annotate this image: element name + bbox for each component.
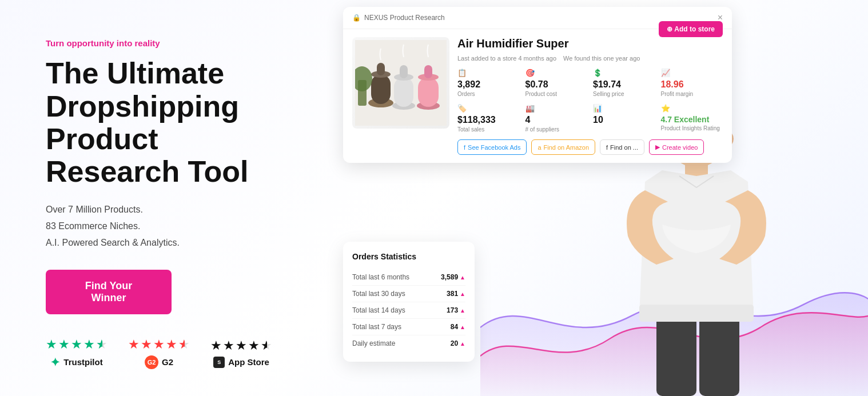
stat-rating: ⭐ 4.7 Excellent Product Insights Rating [661, 104, 723, 133]
action-buttons: f See Facebook Ads a Find on Amazon f Fi… [457, 139, 723, 155]
orders-title: Orders Statistics [352, 252, 465, 261]
find-icon: f [606, 144, 608, 151]
trustpilot-icon: ✦ [50, 355, 60, 369]
product-info: Air Humidifier Super ⊕ Add to store Last… [457, 37, 723, 155]
as-star-4: ★ [248, 338, 260, 353]
stat-misc: 📊 10 [593, 104, 655, 133]
svg-rect-25 [656, 316, 696, 396]
g2-star-1: ★ [128, 337, 140, 352]
label-6months: Total last 6 months [352, 273, 409, 281]
find-label: Find on ... [610, 144, 638, 151]
appstore-brand: S App Store [213, 357, 269, 368]
facebook-label: See Facebook Ads [468, 144, 520, 151]
order-row-7days: Total last 7 days 84 ▲ [352, 319, 465, 335]
orders-label: Orders [457, 91, 520, 97]
add-to-store-button[interactable]: ⊕ Add to store [659, 21, 723, 37]
cost-label: Product cost [525, 91, 588, 97]
subtitle-line-2: 83 Ecommerce Niches. [46, 218, 286, 235]
sales-label: Total sales [457, 126, 520, 133]
price-icon: 💲 [593, 69, 655, 77]
rating-trustpilot: ★ ★ ★ ★ ★ ★ ✦ Trustpilot [46, 337, 107, 369]
stat-cost: 🎯 $0.78 Product cost [525, 69, 588, 97]
misc-icon: 📊 [593, 104, 655, 113]
product-card: 🔒 NEXUS Product Research × [343, 7, 732, 163]
cost-value: $0.78 [525, 79, 588, 90]
amazon-button[interactable]: a Find on Amazon [531, 139, 595, 155]
rating-g2: ★ ★ ★ ★ ★ ★ G2 G2 [128, 337, 190, 369]
stat-margin: 📈 18.96 Profit margin [661, 69, 723, 97]
add-icon: ⊕ [667, 25, 674, 33]
create-video-button[interactable]: ▶ Create video [649, 139, 704, 155]
right-section: 🔒 NEXUS Product Research × [320, 0, 868, 396]
g2-stars: ★ ★ ★ ★ ★ ★ [128, 337, 190, 352]
margin-label: Profit margin [661, 91, 723, 97]
product-title: Air Humidifier Super [457, 37, 568, 50]
orders-card: Orders Statistics Total last 6 months 3,… [343, 242, 475, 362]
stat-price: 💲 $19.74 Selling price [593, 69, 655, 97]
order-row-14days: Total last 14 days 173 ▲ [352, 302, 465, 319]
appstore-label: App Store [228, 357, 269, 367]
rating-appstore: ★ ★ ★ ★ ★ ★ S App Store [210, 338, 272, 368]
trend-14days: ▲ [460, 307, 465, 314]
sales-value: $118,333 [457, 115, 520, 125]
facebook-icon: f [464, 144, 465, 151]
ratings-row: ★ ★ ★ ★ ★ ★ ✦ Trustpilot ★ [46, 337, 286, 369]
trend-30days: ▲ [460, 291, 465, 297]
order-row-6months: Total last 6 months 3,589 ▲ [352, 269, 465, 286]
g2-star-2: ★ [141, 337, 152, 352]
main-title: The Ultimate Dropshipping Product Resear… [46, 57, 286, 188]
orders-value: 3,892 [457, 79, 520, 90]
nexus-label: 🔒 NEXUS Product Research [352, 14, 445, 22]
value-7days: 84 ▲ [451, 323, 465, 331]
stat-sales: 🏷️ $118,333 Total sales [457, 104, 520, 133]
misc-value: 10 [593, 115, 655, 125]
rating-icon: ⭐ [661, 104, 723, 113]
video-icon: ▶ [655, 143, 660, 151]
g2-star-5-half: ★ ★ [178, 337, 190, 352]
label-7days: Total last 7 days [352, 323, 401, 331]
shopify-icon: S [213, 357, 225, 368]
svg-rect-26 [699, 316, 739, 396]
order-row-daily: Daily estimate 20 ▲ [352, 335, 465, 351]
stats-grid-1: 📋 3,892 Orders 🎯 $0.78 Product cost 💲 $1… [457, 69, 723, 97]
svg-rect-12 [424, 65, 432, 78]
trustpilot-brand: ✦ Trustpilot [50, 355, 102, 369]
stat-orders: 📋 3,892 Orders [457, 69, 520, 97]
g2-label: G2 [162, 357, 173, 367]
meta1: Last added to a store 4 months ago [457, 55, 556, 62]
page-wrapper: Turn opportunity into reality The Ultima… [0, 0, 868, 396]
value-6months: 3,589 ▲ [441, 273, 465, 281]
margin-value: 18.96 [661, 79, 723, 90]
amazon-label: Find on Amazon [544, 144, 590, 151]
value-14days: 173 ▲ [447, 306, 465, 314]
svg-rect-2 [371, 74, 391, 104]
value-30days: 381 ▲ [447, 290, 465, 298]
trend-6months: ▲ [460, 274, 465, 281]
sales-icon: 🏷️ [457, 104, 520, 113]
suppliers-value: 4 [525, 115, 588, 125]
svg-rect-8 [400, 65, 408, 78]
video-label: Create video [662, 144, 698, 151]
as-star-2: ★ [223, 338, 234, 353]
star-3: ★ [71, 337, 82, 352]
orders-icon: 📋 [457, 69, 520, 77]
g2-icon: G2 [145, 355, 158, 369]
trustpilot-stars: ★ ★ ★ ★ ★ ★ [46, 337, 107, 352]
subtitle-line-3: A.I. Powered Search & Analytics. [46, 235, 286, 251]
rating-value: 4.7 Excellent [661, 115, 723, 124]
trend-7days: ▲ [460, 324, 465, 330]
card-body: Air Humidifier Super ⊕ Add to store Last… [343, 29, 732, 163]
svg-rect-10 [418, 77, 439, 107]
find-button[interactable]: f Find on ... [600, 139, 644, 155]
stat-suppliers: 🏭 4 # of suppliers [525, 104, 588, 133]
as-star-3: ★ [236, 338, 247, 353]
suppliers-label: # of suppliers [525, 126, 588, 133]
trend-daily: ▲ [460, 341, 465, 347]
g2-brand: G2 G2 [145, 355, 173, 369]
facebook-ads-button[interactable]: f See Facebook Ads [457, 139, 527, 155]
cta-button[interactable]: Find Your Winner [46, 270, 172, 314]
as-star-1: ★ [210, 338, 222, 353]
cost-icon: 🎯 [525, 69, 588, 77]
rating-label: Product Insights Rating [661, 125, 723, 131]
star-2: ★ [58, 337, 70, 352]
